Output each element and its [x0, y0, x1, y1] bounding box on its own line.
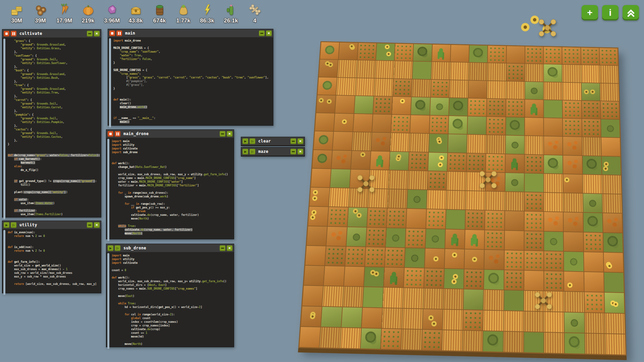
farm-tile [504, 311, 524, 331]
farm-tile [469, 45, 488, 62]
code-line: "bush": { [8, 69, 100, 72]
farm-view[interactable] [304, 13, 642, 352]
minimize-button[interactable] [87, 31, 93, 37]
pause-button[interactable] [11, 31, 16, 37]
farm-tile [602, 194, 622, 213]
farm-tile [583, 194, 602, 213]
code-line: "fertilizer": False, [113, 57, 272, 61]
play-button[interactable]: ▶ [243, 149, 248, 155]
pause-button[interactable] [116, 31, 122, 36]
code-line: }, [8, 95, 100, 98]
close-button[interactable]: × [298, 149, 303, 155]
crop-decoration [430, 116, 447, 133]
resource-bar: 30M39M17.9M219k3.96M43.8k674k1.77k86.3k2… [5, 3, 267, 24]
code-line [113, 113, 272, 116]
minimize-button[interactable] [259, 31, 265, 36]
farm-tile [525, 136, 543, 155]
farm-tile [430, 98, 449, 115]
step-button[interactable]: ▷ [115, 245, 120, 251]
close-button[interactable]: × [227, 131, 232, 137]
crop-decoration [348, 208, 367, 226]
close-button[interactable]: × [94, 222, 100, 228]
farm-tile [544, 82, 562, 100]
close-button[interactable]: × [266, 31, 272, 36]
farm-tile [318, 77, 337, 95]
code-line [112, 291, 232, 294]
pause-button[interactable] [115, 131, 120, 137]
close-button[interactable]: × [227, 245, 232, 251]
scrollbar[interactable] [109, 38, 111, 127]
scrollbar[interactable] [107, 253, 109, 349]
stop-button[interactable] [4, 31, 9, 37]
code-line: #["grass"], [113, 83, 272, 87]
minimize-button[interactable] [220, 131, 225, 137]
code-editor[interactable]: def is_even(num): return num % 2 == 0 de… [2, 229, 101, 296]
add-window-button[interactable]: + [582, 5, 598, 20]
crop-decoration [583, 157, 601, 174]
farm-tile [468, 98, 487, 116]
minimize-button[interactable] [290, 138, 296, 144]
bone-icon [248, 3, 262, 17]
resource-bones[interactable]: 4 [243, 3, 267, 24]
step-button[interactable]: ▷ [11, 222, 16, 228]
play-button[interactable]: ▶ [4, 222, 9, 228]
scrollbar[interactable] [3, 230, 5, 295]
farm-tile [464, 290, 483, 310]
minimize-button[interactable] [87, 222, 93, 228]
window-titlebar[interactable]: main_drone× [106, 130, 234, 138]
minimize-button[interactable] [220, 245, 225, 251]
close-button[interactable]: × [94, 31, 100, 37]
step-button[interactable]: ▷ [250, 149, 255, 155]
crop-decoration [425, 269, 443, 288]
code-line: "water": True, [113, 54, 272, 57]
code-line: def get_farm_info(): [8, 260, 100, 264]
code-line: main() [113, 120, 272, 124]
minimize-button[interactable] [290, 149, 296, 155]
play-button[interactable]: ▶ [243, 138, 248, 144]
window-titlebar[interactable]: ▶▷sub_drone× [106, 244, 234, 252]
window-titlebar[interactable]: ▶▷clear× [241, 137, 305, 145]
resource-fertilizer[interactable]: 1.77k [171, 3, 195, 24]
scrollbar[interactable] [3, 39, 5, 219]
resource-hay[interactable]: 30M [5, 3, 29, 24]
resource-power[interactable]: 3.96M [100, 3, 124, 24]
step-button[interactable]: ▷ [250, 138, 255, 144]
code-editor[interactable]: "grass": { "ground": Grounds.Grassland, … [2, 38, 101, 220]
code-editor[interactable]: import mainimport utilityimport cultivat… [106, 252, 234, 350]
window-titlebar[interactable]: cultivate× [2, 29, 101, 38]
farm-tile [423, 289, 443, 309]
window-titlebar[interactable]: main× [108, 29, 273, 37]
code-editor[interactable]: import main_drone MAIN_DRONE_CONFIGS = {… [108, 37, 273, 128]
play-button[interactable]: ▶ [108, 245, 113, 251]
info-button[interactable]: i [602, 5, 619, 20]
stop-button[interactable] [108, 131, 113, 137]
crop-decoration [406, 249, 424, 267]
farm-tile [426, 209, 445, 229]
collapse-all-button[interactable] [623, 5, 639, 20]
farm-tile [563, 156, 582, 174]
resource-gold[interactable]: 43.8k [124, 3, 148, 24]
step-icon: ▷ [251, 150, 254, 154]
farm-tile [582, 119, 601, 137]
code-line [112, 309, 232, 313]
resource-pumpkins[interactable]: 219k [76, 3, 100, 24]
resource-water[interactable]: 674k [148, 3, 171, 24]
code-line: }, [8, 80, 100, 83]
crop-decoration [564, 101, 581, 118]
window-titlebar[interactable]: ▶▷utility× [2, 221, 101, 229]
scrollbar[interactable] [107, 139, 109, 241]
farm-tile [562, 47, 581, 65]
resource-cactus[interactable]: 26.1k [219, 3, 243, 24]
resource-carrots[interactable]: 17.9M [52, 3, 76, 24]
resource-energy[interactable]: 86.3k [195, 3, 219, 24]
code-line: if fertilizer: [8, 209, 100, 213]
window-titlebar[interactable]: ▶▷maze× [241, 147, 305, 156]
code-editor[interactable]: import mainimport utilityimport cultivat… [106, 138, 234, 242]
close-button[interactable]: × [298, 138, 303, 144]
farm-tile [585, 334, 605, 354]
resource-wood[interactable]: 39M [29, 3, 52, 24]
code-line [8, 205, 100, 209]
stop-button[interactable] [109, 31, 115, 36]
code-line: cultivate.do(crop_name, water, fertilize… [112, 228, 232, 232]
crop-decoration [487, 118, 504, 134]
